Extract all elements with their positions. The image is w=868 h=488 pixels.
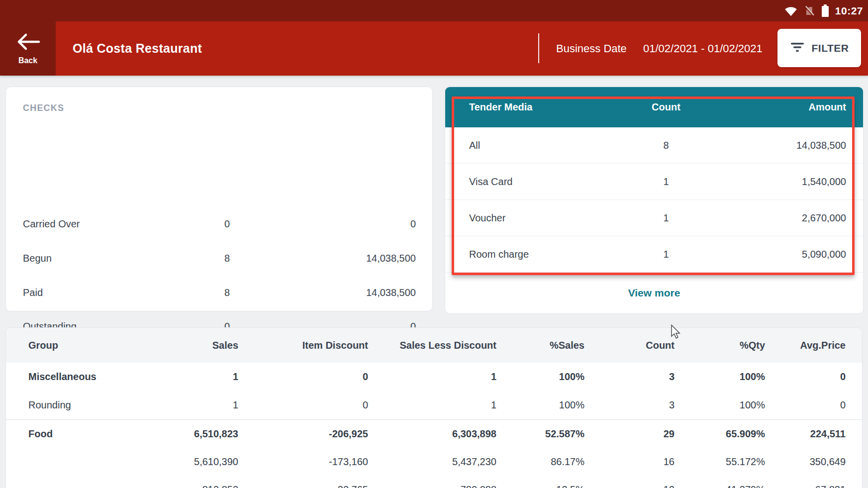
sales-header-sales-less-discount: Sales Less Discount [368, 340, 496, 351]
sales-header-group: Group [6, 340, 145, 351]
sales-cell-pct-sales: 100% [496, 399, 584, 411]
sales-header-sales: Sales [145, 340, 238, 351]
sales-cell-sales-less-discount: 780,088 [368, 484, 496, 488]
header-divider [538, 33, 539, 63]
status-time: 10:27 [835, 5, 863, 17]
tender-amount: 14,038,500 [716, 140, 846, 151]
tender-media-name: All [469, 140, 616, 151]
sales-cell-avg-price: 67,821 [765, 484, 846, 488]
tender-amount: 2,670,000 [716, 212, 846, 224]
sales-cell-item-discount: -173,160 [238, 456, 368, 468]
check-row-amount: 14,038,500 [230, 287, 416, 298]
sales-cell-pct-qty: 55.172% [675, 456, 765, 468]
check-row-amount: 0 [230, 218, 416, 230]
sales-cell-count: 12 [584, 484, 675, 488]
check-row-label: Carried Over [23, 218, 170, 230]
sales-cell-pct-qty: 65.909% [675, 428, 765, 440]
sales-table-card: Group Sales Item Discount Sales Less Dis… [5, 327, 863, 488]
tender-row-room-charge[interactable]: Room charge 1 5,090,000 [445, 236, 863, 273]
filter-button[interactable]: FILTER [777, 29, 861, 67]
sales-cell-sales: 1 [145, 371, 238, 383]
check-row-count: 8 [170, 253, 230, 264]
page-title: Olá Costa Restaurant [73, 21, 202, 76]
tender-header-count: Count [616, 101, 716, 113]
tender-count: 1 [616, 249, 716, 260]
tender-row-voucher[interactable]: Voucher 1 2,670,000 [445, 200, 863, 236]
sales-row-miscellaneous[interactable]: Miscellaneous 1 0 1 100% 3 100% 0 [6, 363, 862, 391]
tender-header-amount: Amount [716, 101, 846, 113]
sales-cell-pct-qty: 100% [675, 371, 765, 383]
sales-cell-avg-price: 224,511 [765, 428, 846, 440]
sales-cell-item-discount: -206,925 [238, 428, 368, 440]
checks-card: CHECKS Carried Over 0 0 Begun 8 14,038,5… [5, 87, 433, 311]
sales-cell-sales-less-discount: 6,303,898 [368, 428, 496, 440]
sales-cell-sales-less-discount: 1 [368, 371, 496, 383]
sales-table-header: Group Sales Item Discount Sales Less Dis… [6, 328, 862, 363]
battery-icon [821, 4, 829, 17]
tender-table-header: Tender Media Count Amount [445, 87, 863, 127]
sales-cell-avg-price: 350,649 [765, 456, 846, 468]
sales-row-rounding[interactable]: Rounding 1 0 1 100% 3 100% 0 [6, 391, 862, 419]
sales-cell-avg-price: 0 [765, 371, 846, 383]
tender-count: 8 [616, 140, 716, 151]
sales-cell-pct-sales: 86.17% [496, 456, 584, 468]
sales-cell-group: Miscellaneous [6, 371, 145, 383]
sales-cell-pct-qty: 41.379% [675, 484, 765, 488]
sales-cell-pct-qty: 100% [675, 399, 765, 411]
status-bar: 10:27 [0, 0, 868, 21]
tender-row-all[interactable]: All 8 14,038,500 [445, 127, 863, 164]
tender-media-name: Room charge [469, 249, 616, 260]
checks-card-title: CHECKS [23, 103, 64, 113]
sales-cell-item-discount: -33,765 [238, 484, 368, 488]
business-date-label: Business Date [556, 21, 627, 76]
sales-cell-item-discount: 0 [238, 399, 368, 411]
sales-header-count: Count [584, 340, 675, 351]
sales-header-pct-qty: %Qty [675, 340, 765, 351]
sales-cell-count: 16 [584, 456, 675, 468]
sales-cell-pct-sales: 12.5% [496, 484, 584, 488]
check-row-label: Paid [23, 287, 170, 298]
tender-count: 1 [616, 212, 716, 224]
sales-header-pct-sales: %Sales [496, 340, 584, 351]
sales-header-avg-price: Avg.Price [765, 340, 846, 351]
filter-icon [790, 42, 805, 55]
sales-cell-count: 3 [584, 371, 675, 383]
sales-row-food-sub-2[interactable]: 813,853 -33,765 780,088 12.5% 12 41.379%… [6, 476, 862, 488]
sales-row-food-sub-1[interactable]: 5,610,390 -173,160 5,437,230 86.17% 16 5… [6, 448, 862, 476]
check-row-count: 0 [170, 218, 230, 230]
tender-media-card: Tender Media Count Amount All 8 14,038,5… [445, 87, 864, 314]
tender-amount: 1,540,000 [716, 176, 846, 188]
sales-cell-count: 3 [584, 399, 675, 411]
check-row-count: 8 [170, 287, 230, 298]
checks-row-carried-over: Carried Over 0 0 [6, 216, 432, 231]
sales-cell-group: Food [6, 428, 145, 440]
checks-row-paid: Paid 8 14,038,500 [6, 285, 432, 300]
sales-header-item-discount: Item Discount [238, 340, 368, 351]
business-date-value: 01/02/2021 - 01/02/2021 [643, 21, 763, 76]
back-arrow-icon [15, 32, 41, 53]
tender-row-visa-card[interactable]: Visa Card 1 1,540,000 [445, 164, 863, 200]
tender-count: 1 [616, 176, 716, 188]
sales-cell-sales-less-discount: 1 [368, 399, 496, 411]
sales-cell-sales-less-discount: 5,437,230 [368, 456, 496, 468]
tender-media-name: Voucher [469, 212, 616, 224]
back-button[interactable]: Back [0, 21, 56, 76]
sales-cell-sales: 813,853 [145, 484, 238, 488]
checks-row-begun: Begun 8 14,038,500 [6, 251, 432, 266]
view-more-link[interactable]: View more [445, 273, 863, 313]
check-row-label: Begun [23, 253, 170, 264]
sales-cell-avg-price: 0 [765, 399, 846, 411]
sales-cell-pct-sales: 100% [496, 371, 584, 383]
back-button-label: Back [18, 56, 37, 65]
check-row-amount: 14,038,500 [230, 253, 416, 264]
tender-amount: 5,090,000 [716, 249, 846, 260]
sales-row-food[interactable]: Food 6,510,823 -206,925 6,303,898 52.587… [6, 420, 862, 448]
sales-cell-count: 29 [584, 428, 675, 440]
sales-cell-sales: 1 [145, 399, 238, 411]
sales-cell-item-discount: 0 [238, 371, 368, 383]
sales-cell-pct-sales: 52.587% [496, 428, 584, 440]
no-sim-icon [803, 5, 815, 17]
sales-cell-group: Rounding [6, 399, 145, 411]
filter-button-label: FILTER [812, 42, 849, 54]
sales-cell-sales: 6,510,823 [145, 428, 238, 440]
